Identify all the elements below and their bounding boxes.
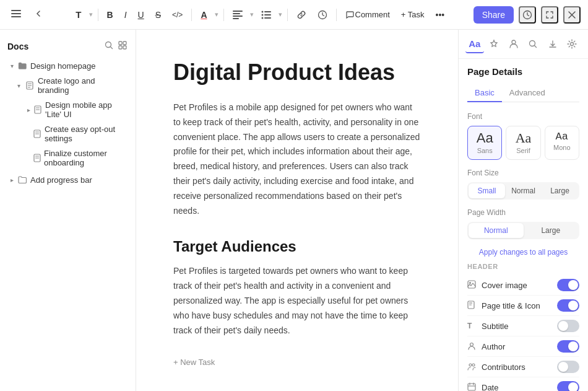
toggle-contributors[interactable] xyxy=(557,361,579,373)
toggle-author[interactable] xyxy=(557,340,579,353)
share-button[interactable]: Share xyxy=(473,6,514,24)
toggle-knob xyxy=(568,382,578,391)
new-task-button[interactable]: + New Task xyxy=(173,358,421,367)
svg-rect-3 xyxy=(233,11,243,12)
bold-button[interactable]: B xyxy=(103,7,117,22)
page-title-icon xyxy=(467,301,477,311)
toolbar-divider-4 xyxy=(287,9,288,21)
svg-point-42 xyxy=(469,364,472,366)
page-width-large[interactable]: Large xyxy=(524,223,579,238)
panel-icon-settings[interactable] xyxy=(563,35,581,53)
font-label-sans: Sans xyxy=(477,147,493,154)
page-width-normal[interactable]: Normal xyxy=(469,223,524,238)
font-options: Aa Sans Aa Serif Aa Mono xyxy=(467,126,579,160)
panel-icon-search[interactable] xyxy=(524,35,542,53)
toggle-knob xyxy=(568,341,578,351)
close-button[interactable] xyxy=(563,6,581,24)
folder-icon xyxy=(17,175,27,185)
panel-icon-font[interactable]: Aa xyxy=(465,35,484,53)
toggle-subtitle[interactable] xyxy=(557,320,579,332)
page-width-label: Page Width xyxy=(467,208,579,217)
chevron-down-icon: ▾ xyxy=(15,81,24,90)
underline-button[interactable]: U xyxy=(134,7,148,22)
svg-point-35 xyxy=(571,43,574,46)
history-button[interactable] xyxy=(519,6,536,24)
align-button[interactable] xyxy=(229,8,246,22)
font-size-normal[interactable]: Normal xyxy=(505,183,542,198)
toolbar-divider-5 xyxy=(336,9,337,21)
svg-rect-19 xyxy=(123,46,126,49)
back-button[interactable] xyxy=(30,6,47,23)
strikethrough-button[interactable]: S xyxy=(152,7,165,22)
sidebar-item-design-homepage[interactable]: ▾ Design homepage xyxy=(2,58,133,73)
tab-basic[interactable]: Basic xyxy=(467,84,502,102)
sidebar-layout-button[interactable] xyxy=(117,40,128,53)
font-option-sans[interactable]: Aa Sans xyxy=(467,126,502,160)
font-option-mono[interactable]: Aa Mono xyxy=(545,126,579,160)
toggle-row-author: Author xyxy=(467,336,579,357)
svg-point-7 xyxy=(261,11,263,12)
sidebar-item-create-optout[interactable]: ▸ Create easy opt-out settings xyxy=(2,122,133,146)
font-size-large[interactable]: Large xyxy=(542,183,578,198)
more-button[interactable]: ••• xyxy=(432,7,449,22)
comment-label: Comment xyxy=(355,10,390,19)
menu-icon xyxy=(11,9,21,20)
chevron-right-icon: ▸ xyxy=(7,175,16,184)
code-button[interactable]: </> xyxy=(168,8,186,22)
toggle-date[interactable] xyxy=(557,381,579,391)
panel-icon-download[interactable] xyxy=(543,35,562,53)
file-icon xyxy=(33,153,41,163)
sidebar-item-finalize-customer[interactable]: ▸ Finalize customer onboarding xyxy=(2,146,133,170)
svg-rect-8 xyxy=(264,11,271,12)
font-option-serif[interactable]: Aa Serif xyxy=(506,126,540,160)
folder-icon xyxy=(17,61,27,71)
header-section-label: HEADER xyxy=(467,263,579,270)
toggle-row-date: Date xyxy=(467,377,579,391)
link-button[interactable] xyxy=(293,7,310,22)
font-size-small[interactable]: Small xyxy=(469,183,505,198)
panel-top-icons: Aa xyxy=(459,30,588,59)
expand-button[interactable] xyxy=(541,6,558,24)
cover-image-icon xyxy=(467,280,477,291)
apply-link[interactable]: Apply changes to all pages xyxy=(467,248,579,257)
svg-point-9 xyxy=(261,14,263,15)
sidebar-actions xyxy=(103,40,128,53)
font-color-button[interactable]: A xyxy=(197,7,210,22)
font-aa-sans: Aa xyxy=(477,131,493,145)
comment-button[interactable]: Comment xyxy=(342,7,394,22)
file-icon xyxy=(25,81,35,90)
svg-rect-4 xyxy=(233,13,240,14)
text-format-button[interactable]: T xyxy=(72,7,85,22)
panel-icon-star[interactable] xyxy=(485,35,503,53)
toggle-cover-image[interactable] xyxy=(557,279,579,291)
svg-rect-10 xyxy=(264,14,271,15)
date-icon xyxy=(467,382,477,392)
tab-advanced[interactable]: Advanced xyxy=(502,84,553,102)
file-icon xyxy=(33,105,42,115)
panel-icon-person[interactable] xyxy=(504,35,523,53)
menu-button[interactable] xyxy=(7,6,25,23)
svg-rect-44 xyxy=(468,384,475,390)
main-layout: Docs ▾ Design homepage ▾ Create xyxy=(0,30,588,391)
font-aa-serif: Aa xyxy=(516,131,532,145)
sidebar-item-design-mobile[interactable]: ▸ Design mobile app 'Lite' UI xyxy=(2,98,133,121)
panel-content: Page Details Basic Advanced Font Aa Sans… xyxy=(459,59,588,391)
chevron-right-icon: ▸ xyxy=(25,105,32,114)
media-button[interactable] xyxy=(314,7,331,22)
svg-rect-6 xyxy=(233,18,239,19)
toggle-knob xyxy=(568,301,578,310)
sidebar-search-button[interactable] xyxy=(103,40,115,53)
sidebar-item-label: Create logo and branding xyxy=(38,76,128,95)
font-label-mono: Mono xyxy=(553,144,571,151)
svg-rect-16 xyxy=(119,42,122,45)
italic-button[interactable]: I xyxy=(121,7,131,22)
sidebar-header: Docs xyxy=(0,35,136,58)
toggle-page-title[interactable] xyxy=(557,299,579,312)
list-button[interactable] xyxy=(257,8,275,22)
sidebar-item-add-progress[interactable]: ▸ Add progress bar xyxy=(2,172,133,187)
task-button[interactable]: + Task xyxy=(397,7,428,22)
panel-section-title: Page Details xyxy=(467,66,579,77)
toggle-row-left: Page title & Icon xyxy=(467,301,540,311)
document-section-2: Target Audiences Pet Profiles is targete… xyxy=(173,238,421,338)
sidebar-item-create-logo[interactable]: ▾ Create logo and branding xyxy=(2,74,133,97)
